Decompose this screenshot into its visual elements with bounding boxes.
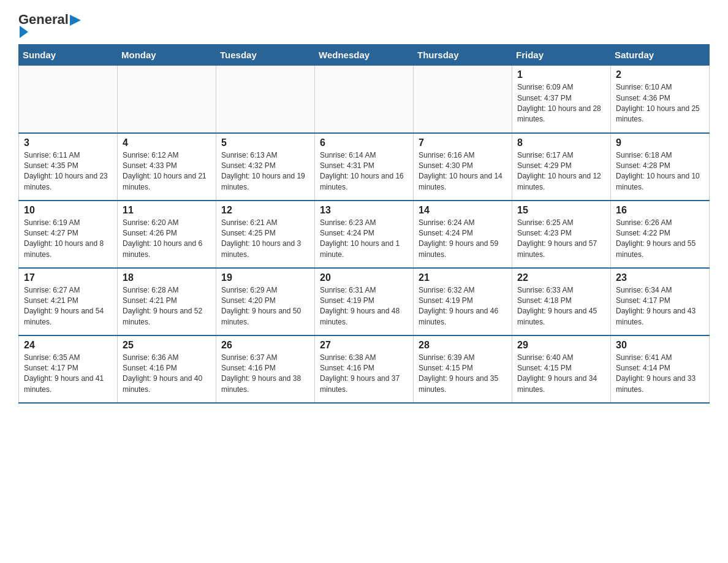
- day-info: Sunrise: 6:38 AM Sunset: 4:16 PM Dayligh…: [320, 353, 408, 396]
- day-info: Sunrise: 6:11 AM Sunset: 4:35 PM Dayligh…: [24, 150, 112, 193]
- day-number: 16: [616, 205, 704, 216]
- day-info: Sunrise: 6:16 AM Sunset: 4:30 PM Dayligh…: [419, 150, 507, 193]
- weekday-header-row: SundayMondayTuesdayWednesdayThursdayFrid…: [19, 45, 710, 66]
- logo: General: [18, 12, 81, 38]
- calendar-cell: 3Sunrise: 6:11 AM Sunset: 4:35 PM Daylig…: [19, 133, 118, 201]
- day-number: 1: [517, 69, 605, 80]
- day-info: Sunrise: 6:39 AM Sunset: 4:15 PM Dayligh…: [419, 353, 507, 396]
- weekday-header-sunday: Sunday: [19, 45, 118, 66]
- day-info: Sunrise: 6:20 AM Sunset: 4:26 PM Dayligh…: [123, 218, 211, 261]
- day-info: Sunrise: 6:26 AM Sunset: 4:22 PM Dayligh…: [616, 218, 704, 261]
- calendar-cell: 14Sunrise: 6:24 AM Sunset: 4:24 PM Dayli…: [414, 201, 512, 268]
- day-number: 8: [517, 137, 605, 148]
- week-row-3: 10Sunrise: 6:19 AM Sunset: 4:27 PM Dayli…: [19, 201, 710, 268]
- calendar-cell: 15Sunrise: 6:25 AM Sunset: 4:23 PM Dayli…: [512, 201, 611, 268]
- calendar-cell: 21Sunrise: 6:32 AM Sunset: 4:19 PM Dayli…: [414, 268, 512, 335]
- day-info: Sunrise: 6:18 AM Sunset: 4:28 PM Dayligh…: [616, 150, 704, 193]
- logo-bottom-row: [18, 27, 28, 38]
- day-number: 22: [517, 272, 605, 283]
- calendar-cell: 9Sunrise: 6:18 AM Sunset: 4:28 PM Daylig…: [611, 133, 710, 201]
- week-row-5: 24Sunrise: 6:35 AM Sunset: 4:17 PM Dayli…: [19, 335, 710, 403]
- day-number: 20: [320, 272, 408, 283]
- week-row-4: 17Sunrise: 6:27 AM Sunset: 4:21 PM Dayli…: [19, 268, 710, 335]
- day-number: 19: [221, 272, 309, 283]
- day-number: 4: [123, 137, 211, 148]
- calendar-cell: [414, 66, 512, 133]
- calendar-cell: 18Sunrise: 6:28 AM Sunset: 4:21 PM Dayli…: [118, 268, 216, 335]
- calendar-cell: 7Sunrise: 6:16 AM Sunset: 4:30 PM Daylig…: [414, 133, 512, 201]
- day-info: Sunrise: 6:19 AM Sunset: 4:27 PM Dayligh…: [24, 218, 112, 261]
- calendar-cell: 5Sunrise: 6:13 AM Sunset: 4:32 PM Daylig…: [216, 133, 315, 201]
- day-info: Sunrise: 6:41 AM Sunset: 4:14 PM Dayligh…: [616, 353, 704, 396]
- calendar-cell: 16Sunrise: 6:26 AM Sunset: 4:22 PM Dayli…: [611, 201, 710, 268]
- day-number: 17: [24, 272, 112, 283]
- calendar-cell: 19Sunrise: 6:29 AM Sunset: 4:20 PM Dayli…: [216, 268, 315, 335]
- calendar-cell: 13Sunrise: 6:23 AM Sunset: 4:24 PM Dayli…: [315, 201, 414, 268]
- day-number: 25: [123, 340, 211, 351]
- day-number: 18: [123, 272, 211, 283]
- day-number: 10: [24, 205, 112, 216]
- calendar-cell: 28Sunrise: 6:39 AM Sunset: 4:15 PM Dayli…: [414, 335, 512, 403]
- day-info: Sunrise: 6:37 AM Sunset: 4:16 PM Dayligh…: [221, 353, 309, 396]
- calendar-cell: 12Sunrise: 6:21 AM Sunset: 4:25 PM Dayli…: [216, 201, 315, 268]
- calendar-cell: 2Sunrise: 6:10 AM Sunset: 4:36 PM Daylig…: [611, 66, 710, 133]
- day-number: 9: [616, 137, 704, 148]
- day-number: 11: [123, 205, 211, 216]
- calendar-cell: 30Sunrise: 6:41 AM Sunset: 4:14 PM Dayli…: [611, 335, 710, 403]
- logo-top-text: General: [18, 12, 81, 27]
- calendar-cell: 22Sunrise: 6:33 AM Sunset: 4:18 PM Dayli…: [512, 268, 611, 335]
- day-info: Sunrise: 6:17 AM Sunset: 4:29 PM Dayligh…: [517, 150, 605, 193]
- day-number: 7: [419, 137, 507, 148]
- day-number: 27: [320, 340, 408, 351]
- calendar-table: SundayMondayTuesdayWednesdayThursdayFrid…: [18, 44, 710, 404]
- day-info: Sunrise: 6:32 AM Sunset: 4:19 PM Dayligh…: [419, 285, 507, 328]
- day-info: Sunrise: 6:36 AM Sunset: 4:16 PM Dayligh…: [123, 353, 211, 396]
- calendar-cell: [216, 66, 315, 133]
- weekday-header-thursday: Thursday: [414, 45, 512, 66]
- calendar-cell: 20Sunrise: 6:31 AM Sunset: 4:19 PM Dayli…: [315, 268, 414, 335]
- day-info: Sunrise: 6:24 AM Sunset: 4:24 PM Dayligh…: [419, 218, 507, 261]
- day-number: 26: [221, 340, 309, 351]
- weekday-header-friday: Friday: [512, 45, 611, 66]
- day-info: Sunrise: 6:28 AM Sunset: 4:21 PM Dayligh…: [123, 285, 211, 328]
- calendar-cell: 23Sunrise: 6:34 AM Sunset: 4:17 PM Dayli…: [611, 268, 710, 335]
- day-number: 14: [419, 205, 507, 216]
- day-number: 30: [616, 340, 704, 351]
- week-row-2: 3Sunrise: 6:11 AM Sunset: 4:35 PM Daylig…: [19, 133, 710, 201]
- day-number: 13: [320, 205, 408, 216]
- day-number: 21: [419, 272, 507, 283]
- day-number: 2: [616, 69, 704, 80]
- weekday-header-saturday: Saturday: [611, 45, 710, 66]
- calendar-cell: 17Sunrise: 6:27 AM Sunset: 4:21 PM Dayli…: [19, 268, 118, 335]
- day-info: Sunrise: 6:12 AM Sunset: 4:33 PM Dayligh…: [123, 150, 211, 193]
- day-number: 24: [24, 340, 112, 351]
- day-info: Sunrise: 6:13 AM Sunset: 4:32 PM Dayligh…: [221, 150, 309, 193]
- day-info: Sunrise: 6:29 AM Sunset: 4:20 PM Dayligh…: [221, 285, 309, 328]
- calendar-cell: 8Sunrise: 6:17 AM Sunset: 4:29 PM Daylig…: [512, 133, 611, 201]
- calendar-cell: 10Sunrise: 6:19 AM Sunset: 4:27 PM Dayli…: [19, 201, 118, 268]
- calendar-cell: [315, 66, 414, 133]
- day-info: Sunrise: 6:23 AM Sunset: 4:24 PM Dayligh…: [320, 218, 408, 261]
- calendar-cell: 29Sunrise: 6:40 AM Sunset: 4:15 PM Dayli…: [512, 335, 611, 403]
- calendar-cell: 4Sunrise: 6:12 AM Sunset: 4:33 PM Daylig…: [118, 133, 216, 201]
- day-number: 28: [419, 340, 507, 351]
- day-info: Sunrise: 6:25 AM Sunset: 4:23 PM Dayligh…: [517, 218, 605, 261]
- day-info: Sunrise: 6:34 AM Sunset: 4:17 PM Dayligh…: [616, 285, 704, 328]
- day-number: 6: [320, 137, 408, 148]
- day-info: Sunrise: 6:09 AM Sunset: 4:37 PM Dayligh…: [517, 82, 605, 125]
- calendar-cell: 25Sunrise: 6:36 AM Sunset: 4:16 PM Dayli…: [118, 335, 216, 403]
- weekday-header-monday: Monday: [118, 45, 216, 66]
- weekday-header-tuesday: Tuesday: [216, 45, 315, 66]
- day-info: Sunrise: 6:31 AM Sunset: 4:19 PM Dayligh…: [320, 285, 408, 328]
- day-info: Sunrise: 6:10 AM Sunset: 4:36 PM Dayligh…: [616, 82, 704, 125]
- calendar-cell: 27Sunrise: 6:38 AM Sunset: 4:16 PM Dayli…: [315, 335, 414, 403]
- day-info: Sunrise: 6:27 AM Sunset: 4:21 PM Dayligh…: [24, 285, 112, 328]
- calendar-cell: 1Sunrise: 6:09 AM Sunset: 4:37 PM Daylig…: [512, 66, 611, 133]
- day-info: Sunrise: 6:33 AM Sunset: 4:18 PM Dayligh…: [517, 285, 605, 328]
- day-info: Sunrise: 6:40 AM Sunset: 4:15 PM Dayligh…: [517, 353, 605, 396]
- calendar-cell: [19, 66, 118, 133]
- svg-marker-0: [70, 15, 81, 26]
- day-info: Sunrise: 6:14 AM Sunset: 4:31 PM Dayligh…: [320, 150, 408, 193]
- day-number: 23: [616, 272, 704, 283]
- calendar-cell: [118, 66, 216, 133]
